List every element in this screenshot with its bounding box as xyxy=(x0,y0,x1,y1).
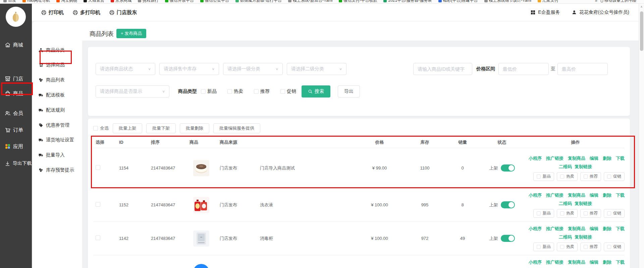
batch-on-shelf-button[interactable]: 批量上架 xyxy=(113,123,142,133)
max-price-input[interactable] xyxy=(557,63,608,75)
submenu-item-product-category[interactable]: 商品分类 xyxy=(33,45,82,56)
sidebar-item-orders[interactable]: 订单 xyxy=(0,124,32,136)
row-checkbox[interactable] xyxy=(96,236,100,240)
download-link[interactable]: 下载 xyxy=(616,226,625,232)
bookmark-item[interactable]: 2021平台/服务器-服务表 xyxy=(383,0,432,3)
checkbox[interactable] xyxy=(560,211,564,215)
submenu-item-return-address[interactable]: 退货地址设置 xyxy=(33,134,82,146)
tag-checkbox-promo[interactable]: 促销 xyxy=(604,209,625,218)
tag-checkbox-new[interactable]: 新品 xyxy=(533,172,554,181)
checkbox[interactable] xyxy=(280,89,285,94)
submenu-item-batch-import[interactable]: 批量导入 xyxy=(33,149,82,161)
checkbox[interactable] xyxy=(607,245,611,249)
table-row[interactable]: 1066 2147483647 知 门店发布 0611测试讲价极差 ¥ 100.… xyxy=(93,255,625,268)
bookmark-item[interactable]: 福彩(平台)自建平台 xyxy=(438,0,478,3)
copy-url-link[interactable]: 复制链接 xyxy=(575,164,592,170)
sidebar-item-export-download[interactable]: 导出下载 xyxy=(0,157,32,170)
sidebar-item-mall[interactable]: 商城 xyxy=(0,39,32,51)
mobile-bookmarks-item[interactable]: 移动设备上的书签 xyxy=(601,0,637,3)
printer-button[interactable]: 打印机 xyxy=(41,9,64,16)
copy-url-link[interactable]: 复制链接 xyxy=(575,201,592,207)
scroll-up-arrow-icon[interactable]: ∧ xyxy=(639,4,644,9)
promotion-link[interactable]: 推广链接 xyxy=(546,259,564,265)
account-menu[interactable]: 花花食府(公众号操作员) xyxy=(572,9,629,15)
promotion-link[interactable]: 推广链接 xyxy=(546,192,564,198)
publish-product-button[interactable]: + 发布商品 xyxy=(116,29,146,38)
select-all-checkbox[interactable]: 全选 xyxy=(93,125,109,131)
table-row[interactable]: 1154 2147483647 门店发布 xyxy=(93,148,625,188)
export-button[interactable]: 导出 xyxy=(338,85,360,97)
stock-select[interactable]: 请选择售中库存 ∨ xyxy=(159,63,219,75)
promotion-link[interactable]: 推广链接 xyxy=(546,226,564,232)
batch-delete-button[interactable]: 批量删除 xyxy=(180,123,209,133)
min-price-input[interactable] xyxy=(498,63,549,75)
status-toggle[interactable] xyxy=(501,164,515,172)
type-checkbox-recommend[interactable]: 推荐 xyxy=(254,88,270,94)
checkbox[interactable] xyxy=(607,211,611,215)
qrcode-link[interactable]: 二维码 xyxy=(559,164,572,170)
bookmark-item[interactable]: 百度 xyxy=(3,0,16,3)
type-checkbox-promo[interactable]: 促销 xyxy=(280,88,296,94)
sidebar-item-apps[interactable]: 应用 xyxy=(0,140,32,152)
bookmark-item[interactable]: 汇聚支付 xyxy=(538,0,558,3)
scrollbar-thumb[interactable] xyxy=(640,11,643,51)
copy-product-link[interactable]: 复制商品 xyxy=(568,155,585,161)
checkbox[interactable] xyxy=(584,211,588,215)
submenu-item-stock-warning[interactable]: 库存预警提示 xyxy=(33,164,82,176)
status-toggle[interactable] xyxy=(501,235,515,242)
type-checkbox-hot[interactable]: 热卖 xyxy=(227,88,243,94)
tag-checkbox-hot[interactable]: 热卖 xyxy=(557,243,578,251)
mini-program-link[interactable]: 小程序 xyxy=(529,226,542,232)
download-link[interactable]: 下载 xyxy=(616,155,625,161)
scrollbar[interactable]: ∧ xyxy=(639,4,644,268)
copy-product-link[interactable]: 复制商品 xyxy=(568,259,585,265)
checkbox[interactable] xyxy=(584,245,588,249)
bookmark-item[interactable]: 微信开放平台 xyxy=(165,0,194,3)
checkbox[interactable] xyxy=(560,175,564,179)
copy-product-link[interactable]: 复制商品 xyxy=(568,226,585,232)
promotion-link[interactable]: 推广链接 xyxy=(546,155,564,161)
download-link[interactable]: 下载 xyxy=(616,259,625,265)
delete-link[interactable]: 删除 xyxy=(603,226,611,232)
keyword-input[interactable] xyxy=(413,63,472,75)
checkbox[interactable] xyxy=(584,175,588,179)
checkbox[interactable] xyxy=(227,89,232,94)
store-logo[interactable] xyxy=(6,7,26,27)
mini-program-link[interactable]: 小程序 xyxy=(529,192,542,198)
bookmark-item[interactable]: 微信公众平台 xyxy=(200,0,229,3)
qrcode-link[interactable]: 二维码 xyxy=(559,201,572,207)
type-checkbox-new[interactable]: 新品 xyxy=(201,88,217,94)
edit-link[interactable]: 编辑 xyxy=(590,226,598,232)
copy-url-link[interactable]: 复制链接 xyxy=(575,234,592,240)
delete-link[interactable]: 删除 xyxy=(603,155,611,161)
bookmarks-overflow-chevron-icon[interactable]: » xyxy=(595,0,597,3)
bookmark-item[interactable]: hao网址导航 xyxy=(22,0,50,3)
bookmark-item[interactable]: 京东商城 xyxy=(111,0,131,3)
tag-checkbox-new[interactable]: 新品 xyxy=(533,243,554,251)
product-visibility-select[interactable]: 请选择商品是否显示 ∨ xyxy=(96,85,169,97)
row-checkbox[interactable] xyxy=(96,165,100,170)
tag-checkbox-hot[interactable]: 热卖 xyxy=(557,172,578,181)
edit-link[interactable]: 编辑 xyxy=(590,155,598,161)
delete-link[interactable]: 删除 xyxy=(603,192,611,198)
submenu-item-product-list[interactable]: 商品列表 xyxy=(33,74,82,86)
tag-checkbox-hot[interactable]: 热卖 xyxy=(557,209,578,218)
tag-checkbox-recommend[interactable]: 推荐 xyxy=(580,243,601,251)
bookmark-item[interactable]: 模土系统细节设计-Yami xyxy=(484,0,531,3)
delete-link[interactable]: 删除 xyxy=(603,259,611,265)
bookmark-item[interactable]: 天猫直营 xyxy=(84,0,104,3)
batch-edit-service-button[interactable]: 批量编辑服务提供 xyxy=(213,123,260,133)
checkbox[interactable] xyxy=(607,175,611,179)
mini-program-link[interactable]: 小程序 xyxy=(529,155,542,161)
table-row[interactable]: 1142 2147483647 门店发布 消毒柜 ¥ xyxy=(93,222,625,255)
checkbox[interactable] xyxy=(560,245,564,249)
batch-off-shelf-button[interactable]: 批量下架 xyxy=(146,123,176,133)
tag-checkbox-new[interactable]: 新品 xyxy=(533,209,554,218)
tag-checkbox-promo[interactable]: 促销 xyxy=(604,243,625,251)
sidebar-item-members[interactable]: 会员 xyxy=(0,107,32,119)
category-level2-select[interactable]: 请选择二级分类 ∨ xyxy=(287,63,346,75)
checkbox[interactable] xyxy=(201,89,206,94)
download-link[interactable]: 下载 xyxy=(616,192,625,198)
checkbox[interactable] xyxy=(537,211,541,215)
status-toggle[interactable] xyxy=(501,201,515,208)
